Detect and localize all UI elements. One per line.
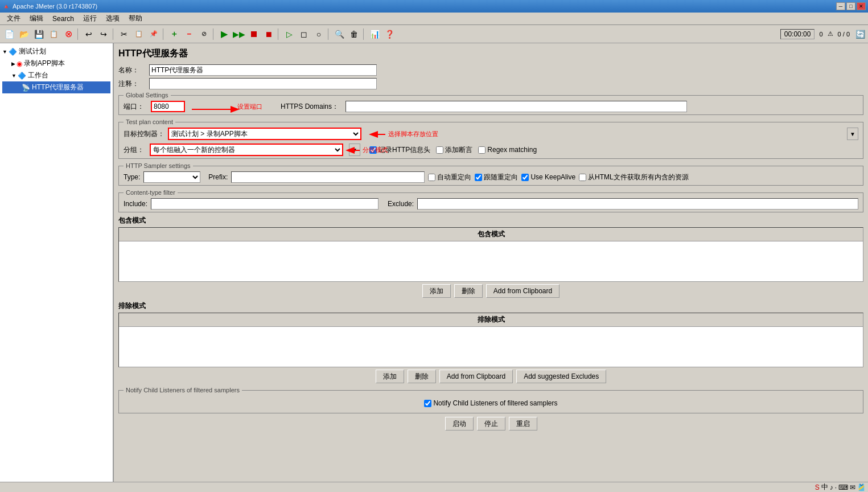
toolbar: 📄 📂 💾 📋 ⊗ ↩ ↪ ✂ 📋 📌 ＋ － ⊘ ▶ ▶▶ ⏹ ⏹ ▷ ◻ ○… — [0, 25, 868, 43]
follow-redirect-checkbox[interactable] — [475, 174, 482, 181]
toolbar-remote-clear[interactable]: ○ — [312, 27, 326, 41]
toolbar-refresh[interactable]: 🔄 — [854, 28, 866, 40]
titlebar: 🔺 Apache JMeter (3.0 r1743807) ─ □ ✕ — [0, 0, 868, 13]
maximize-button[interactable]: □ — [846, 2, 855, 10]
exclude-clipboard-btn[interactable]: Add from Clipboard — [439, 370, 513, 383]
tree-item-httpproxy[interactable]: 📡 HTTP代理服务器 — [2, 81, 110, 93]
toolbar-remote-run[interactable]: ▷ — [282, 27, 296, 41]
toolbar-paste[interactable]: 📌 — [147, 27, 161, 41]
warning-icon: ⚠ — [828, 30, 833, 38]
keep-alive-checkbox[interactable] — [521, 174, 529, 181]
comment-row: 注释： — [118, 78, 863, 89]
target-dropdown-btn[interactable]: ▼ — [847, 128, 858, 140]
tree-item-workbench[interactable]: ▼ 🔷 工作台 — [2, 69, 110, 81]
timer-display: 00:00:00 — [780, 29, 815, 39]
minimize-button[interactable]: ─ — [836, 2, 845, 10]
tree-item-record[interactable]: ▶ ◉ 录制APP脚本 — [2, 58, 110, 69]
include-add-btn[interactable]: 添加 — [422, 284, 451, 298]
follow-redirect-label: 跟随重定向 — [475, 173, 518, 182]
auto-redirect-checkbox[interactable] — [428, 174, 435, 181]
exclude-input[interactable] — [417, 198, 858, 210]
menu-options[interactable]: 选项 — [101, 13, 124, 24]
panel-title: HTTP代理服务器 — [118, 48, 863, 60]
http-sampler-fieldset: HTTP Sampler settings Type: Prefix: 自动重定… — [118, 162, 863, 186]
workbench-label: 工作台 — [28, 71, 48, 80]
comment-input[interactable] — [149, 78, 377, 89]
toolbar-open[interactable]: 📂 — [17, 27, 31, 41]
name-input[interactable] — [149, 64, 377, 76]
menu-search[interactable]: Search — [48, 14, 79, 24]
keep-alive-label: Use KeepAlive — [521, 173, 575, 181]
statusbar-mail-icon: ✉ — [850, 483, 855, 491]
add-assertions-checkbox-label: 添加断言 — [436, 145, 472, 155]
toolbar-undo[interactable]: ↩ — [82, 27, 96, 41]
toolbar-run-all[interactable]: ▶▶ — [232, 27, 246, 41]
regex-matching-checkbox[interactable] — [478, 146, 486, 154]
expand-icon-testplan: ▼ — [2, 49, 7, 55]
exclude-delete-btn[interactable]: 删除 — [408, 370, 436, 383]
include-clipboard-btn[interactable]: Add from Clipboard — [486, 284, 560, 298]
notify-checkbox-text: Notify Child Listeners of filtered sampl… — [433, 399, 557, 407]
menu-file[interactable]: 文件 — [2, 13, 25, 24]
toolbar-saveas[interactable]: 📋 — [47, 27, 60, 41]
statusbar: S 中 ♪ · ⌨ ✉ 🎽 — [0, 482, 868, 492]
menu-edit[interactable]: 编辑 — [25, 13, 48, 24]
toolbar-add[interactable]: ＋ — [167, 27, 181, 41]
toolbar-close[interactable]: ⊗ — [61, 27, 75, 41]
content-panel: HTTP代理服务器 名称： 注释： Global Settings 端口： 设置… — [114, 43, 868, 482]
restart-btn[interactable]: 重启 — [509, 417, 537, 430]
comment-label: 注释： — [118, 79, 147, 89]
http-sampler-legend: HTTP Sampler settings — [124, 162, 193, 169]
workbench-icon: 🔷 — [18, 72, 26, 80]
start-btn[interactable]: 启动 — [445, 417, 474, 430]
toolbar-copy[interactable]: 📋 — [132, 27, 146, 41]
exclude-label: Exclude: — [388, 200, 414, 208]
toolbar-stop[interactable]: ⏹ — [247, 27, 261, 41]
auto-redirect-label: 自动重定向 — [428, 173, 471, 182]
toolbar-clear-all[interactable]: 🗑 — [347, 27, 361, 41]
target-label: 目标控制器： — [124, 129, 164, 139]
statusbar-shirt-icon: 🎽 — [857, 483, 866, 491]
notify-checkbox[interactable] — [424, 400, 431, 407]
group-select[interactable]: 每个组融入一个新的控制器 — [150, 144, 343, 156]
add-assertions-checkbox[interactable] — [436, 146, 443, 154]
exclude-suggested-btn[interactable]: Add suggested Excludes — [516, 370, 606, 383]
toolbar-report[interactable]: 📊 — [368, 27, 381, 41]
menu-help[interactable]: 帮助 — [124, 13, 147, 24]
statusbar-icons: S — [815, 483, 820, 491]
testplan-label: 测试计划 — [19, 47, 46, 56]
exclude-add-btn[interactable]: 添加 — [376, 370, 404, 383]
toolbar-redo[interactable]: ↪ — [97, 27, 110, 41]
toolbar-new[interactable]: 📄 — [2, 27, 16, 41]
exclude-list-body — [119, 327, 863, 367]
notify-fieldset: Notify Child Listeners of filtered sampl… — [118, 387, 863, 413]
target-select[interactable]: 测试计划 > 录制APP脚本 — [168, 128, 361, 140]
include-input[interactable] — [151, 198, 379, 210]
include-list: 包含模式 — [118, 227, 863, 282]
https-input[interactable] — [345, 101, 687, 112]
include-delete-btn[interactable]: 删除 — [454, 284, 483, 298]
include-list-header: 包含模式 — [119, 228, 863, 241]
sep5 — [278, 28, 280, 40]
exclude-patterns-section: 排除模式 排除模式 添加 删除 Add from Clipboard Add s… — [118, 301, 863, 383]
testplan-content-fieldset: Test plan content 目标控制器： 测试计划 > 录制APP脚本 … — [118, 118, 863, 159]
tree-panel: ▼ 🔷 测试计划 ▶ ◉ 录制APP脚本 ▼ 🔷 工作台 📡 HTTP代理服务器 — [0, 43, 114, 482]
toolbar-save[interactable]: 💾 — [32, 27, 46, 41]
toolbar-clear[interactable]: ⊘ — [197, 27, 211, 41]
toolbar-help[interactable]: ❓ — [382, 27, 396, 41]
toolbar-cut[interactable]: ✂ — [117, 27, 131, 41]
toolbar-search[interactable]: 🔍 — [332, 27, 346, 41]
menu-run[interactable]: 运行 — [79, 13, 101, 24]
notify-checkbox-label: Notify Child Listeners of filtered sampl… — [424, 399, 557, 407]
toolbar-stop-all[interactable]: ⏹ — [262, 27, 275, 41]
tree-item-testplan[interactable]: ▼ 🔷 测试计划 — [2, 46, 110, 58]
toolbar-remote-stop[interactable]: ◻ — [297, 27, 311, 41]
toolbar-remove[interactable]: － — [182, 27, 196, 41]
close-button[interactable]: ✕ — [857, 2, 866, 10]
notify-row: Notify Child Listeners of filtered sampl… — [124, 396, 858, 411]
type-select[interactable] — [143, 171, 200, 183]
stop-btn[interactable]: 停止 — [477, 417, 505, 430]
toolbar-run[interactable]: ▶ — [217, 27, 231, 41]
retrieve-resources-checkbox[interactable] — [579, 174, 586, 181]
prefix-input[interactable] — [231, 171, 425, 183]
